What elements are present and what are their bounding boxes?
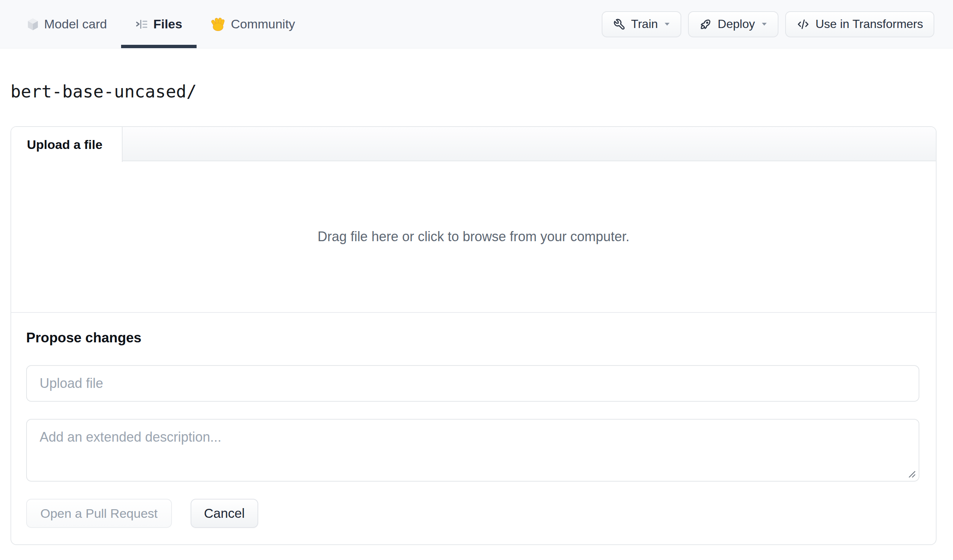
deploy-button-label: Deploy	[717, 17, 755, 31]
tab-community[interactable]: Community	[197, 0, 309, 48]
propose-changes-heading: Propose changes	[26, 330, 919, 346]
wrench-icon	[613, 18, 626, 31]
tab-files-label: Files	[153, 17, 182, 31]
tab-model-card[interactable]: Model card	[13, 0, 121, 48]
train-button[interactable]: Train	[602, 11, 682, 37]
open-pull-request-button[interactable]: Open a Pull Request	[26, 499, 172, 528]
description-field-wrap	[26, 419, 919, 482]
cube-icon	[27, 17, 39, 31]
deploy-button[interactable]: Deploy	[688, 11, 778, 37]
tab-community-label: Community	[231, 17, 295, 31]
train-button-label: Train	[631, 17, 658, 31]
chevron-down-icon	[761, 22, 767, 26]
upload-filename-input[interactable]	[26, 365, 919, 402]
rocket-icon	[699, 18, 712, 31]
file-dropzone[interactable]: Drag file here or click to browse from y…	[11, 161, 936, 312]
upload-card-tabbar: Upload a file	[11, 127, 936, 161]
breadcrumb[interactable]: bert-base-uncased/	[11, 81, 197, 102]
propose-changes-section: Propose changes Open a Pull Request Canc…	[11, 312, 936, 545]
file-versions-icon	[135, 18, 148, 31]
propose-actions-row: Open a Pull Request Cancel	[26, 499, 919, 528]
tab-model-card-label: Model card	[44, 17, 107, 31]
repo-header-nav: Model card Files	[0, 0, 953, 48]
use-in-transformers-label: Use in Transformers	[815, 17, 923, 31]
extended-description-textarea[interactable]	[26, 419, 919, 482]
tab-upload-a-file[interactable]: Upload a file	[11, 127, 123, 162]
use-in-transformers-button[interactable]: Use in Transformers	[785, 11, 934, 37]
chevron-down-icon	[664, 22, 670, 26]
waving-hand-icon	[211, 17, 226, 32]
cancel-button[interactable]: Cancel	[191, 499, 258, 528]
repo-action-buttons: Train Deploy	[602, 0, 934, 48]
upload-file-card: Upload a file Drag file here or click to…	[11, 126, 937, 545]
code-icon	[796, 18, 810, 31]
tab-files[interactable]: Files	[121, 0, 196, 48]
dropzone-hint-text: Drag file here or click to browse from y…	[318, 229, 629, 244]
active-tab-underline	[121, 45, 196, 48]
repo-tabs: Model card Files	[13, 0, 309, 48]
textarea-resize-handle[interactable]	[906, 469, 916, 478]
